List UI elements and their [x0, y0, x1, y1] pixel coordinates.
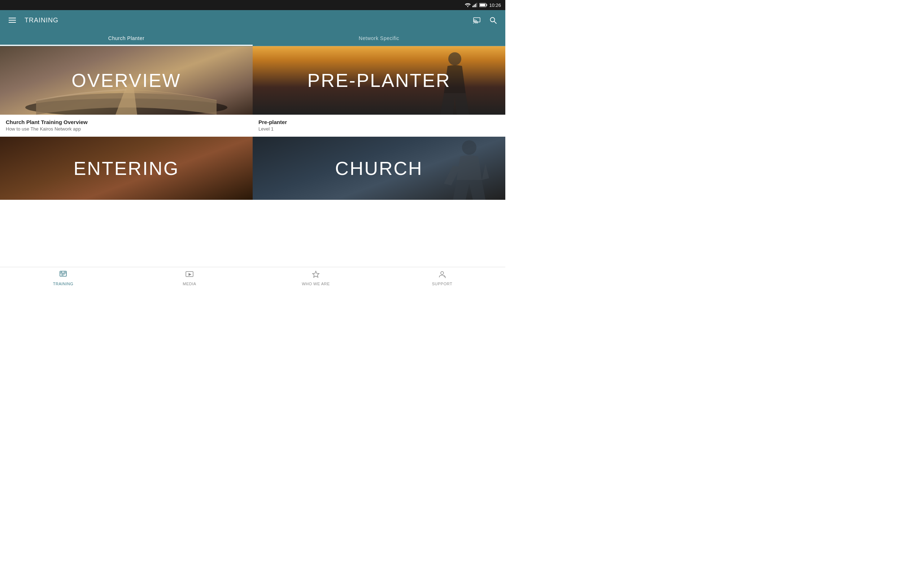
status-icons: 10:26 [465, 3, 501, 8]
svg-rect-1 [472, 6, 473, 7]
church-person-decoration [433, 137, 491, 200]
nav-support[interactable]: SUPPORT [379, 267, 505, 288]
content-grid: OVERVIEW Church Plant Training Overview … [0, 46, 505, 200]
card-pre-planter[interactable]: PRE-PLANTER Pre-planter Level 1 [253, 46, 505, 137]
svg-marker-23 [313, 271, 319, 277]
card-overview-subtitle: How to use The Kairos Network app [6, 126, 247, 132]
card-pre-planter-image: PRE-PLANTER [253, 46, 505, 115]
tab-church-planter[interactable]: Church Planter [0, 30, 253, 46]
svg-point-9 [473, 23, 474, 24]
tab-network-specific[interactable]: Network Specific [253, 30, 505, 46]
app-bar-actions [470, 14, 499, 27]
cast-button[interactable] [470, 14, 484, 26]
svg-rect-6 [486, 4, 487, 6]
card-overview[interactable]: OVERVIEW Church Plant Training Overview … [0, 46, 253, 137]
search-icon [489, 16, 497, 24]
nav-media-label: MEDIA [183, 282, 196, 286]
wifi-icon [465, 3, 471, 7]
status-time: 10:26 [489, 3, 501, 8]
card-church-label: CHURCH [335, 158, 423, 179]
app-bar: TRAINING [0, 10, 505, 30]
card-pre-planter-subtitle: Level 1 [258, 126, 499, 132]
nav-who-we-are-label: WHO WE ARE [302, 282, 330, 286]
bottom-nav: TRAINING MEDIA WHO WE ARE SUPPOR [0, 267, 505, 288]
card-pre-planter-info: Pre-planter Level 1 [253, 115, 505, 137]
card-overview-label: OVERVIEW [71, 69, 181, 91]
nav-media[interactable]: MEDIA [126, 267, 253, 288]
app-title: TRAINING [24, 16, 58, 24]
star-icon [312, 270, 320, 280]
svg-rect-15 [60, 271, 66, 276]
search-button[interactable] [486, 14, 499, 27]
card-pre-planter-title: Pre-planter [258, 119, 499, 125]
signal-icon [472, 3, 478, 7]
svg-rect-4 [477, 3, 478, 7]
card-overview-title: Church Plant Training Overview [6, 119, 247, 125]
card-pre-planter-label: PRE-PLANTER [307, 69, 451, 91]
svg-rect-3 [475, 4, 476, 8]
status-bar: 10:26 [0, 0, 505, 10]
hamburger-button[interactable] [6, 15, 19, 26]
svg-rect-7 [480, 4, 485, 6]
svg-point-0 [467, 6, 468, 7]
svg-line-11 [494, 21, 496, 23]
card-entering-image: ENTERING [0, 137, 253, 200]
nav-support-label: SUPPORT [432, 282, 452, 286]
tab-bar: Church Planter Network Specific [0, 30, 505, 46]
card-church[interactable]: CHURCH [253, 137, 505, 200]
nav-training[interactable]: TRAINING [0, 267, 126, 288]
nav-training-label: TRAINING [53, 282, 74, 286]
cast-icon [473, 17, 481, 23]
support-icon [438, 270, 446, 280]
svg-point-24 [441, 272, 444, 274]
media-icon [185, 270, 194, 280]
svg-rect-2 [474, 5, 475, 7]
battery-icon [479, 3, 487, 7]
card-overview-info: Church Plant Training Overview How to us… [0, 115, 253, 137]
card-overview-image: OVERVIEW [0, 46, 253, 115]
nav-who-we-are[interactable]: WHO WE ARE [253, 267, 379, 288]
card-entering-label: ENTERING [74, 158, 179, 179]
card-church-image: CHURCH [253, 137, 505, 200]
card-entering[interactable]: ENTERING [0, 137, 253, 200]
svg-point-14 [462, 140, 477, 155]
training-icon [59, 270, 68, 280]
svg-point-13 [448, 52, 461, 65]
svg-marker-22 [189, 273, 191, 276]
